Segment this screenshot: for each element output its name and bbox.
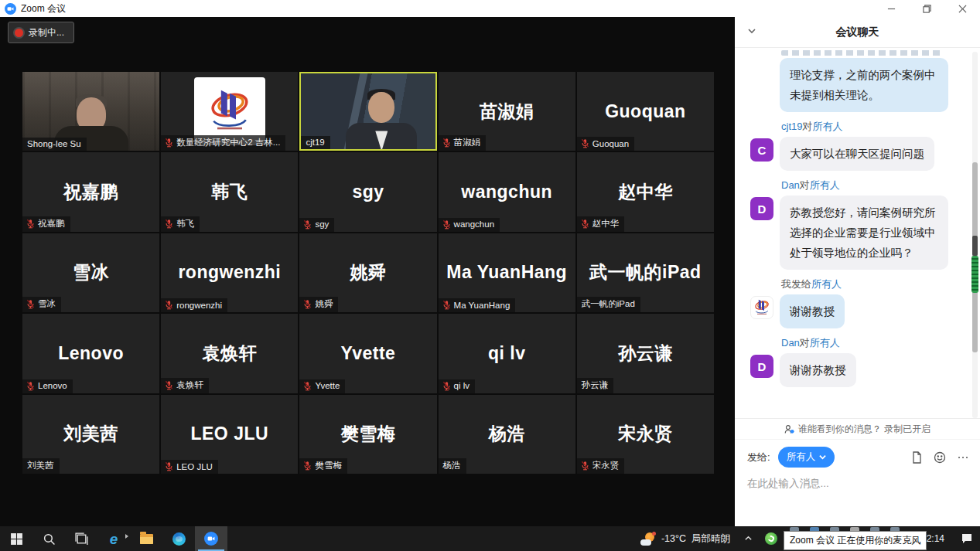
muted-mic-icon	[580, 461, 590, 471]
edge-browser-icon[interactable]	[162, 526, 195, 551]
tray-green-app-icon[interactable]	[765, 532, 777, 545]
emoji-icon[interactable]	[934, 451, 946, 464]
participant-tile[interactable]: 祝嘉鹏祝嘉鹏	[22, 152, 159, 231]
participant-label: wangchun	[439, 218, 500, 232]
participant-tile[interactable]: 宋永贤宋永贤	[577, 395, 714, 474]
message-bubble: 谢谢苏教授	[780, 353, 856, 387]
zoom-taskbar-icon[interactable]	[195, 526, 227, 551]
participant-tile[interactable]: GuoquanGuoquan	[577, 72, 714, 151]
participant-tile[interactable]: 数量经济研究中心2 吉林...	[161, 72, 298, 151]
chat-message: 我发给所有人谢谢教授	[750, 277, 969, 328]
minimize-button[interactable]	[873, 0, 909, 17]
participant-label: Ma YuanHang	[439, 298, 516, 312]
participant-name: LEO JLU	[190, 423, 268, 444]
taskbar-search-icon[interactable]	[32, 526, 65, 551]
zoom-meeting-window: Zoom 会议 录制中... Shong-lee Su数量经济研究中心2 吉林.…	[0, 0, 980, 551]
muted-mic-icon	[164, 461, 174, 471]
participant-label: 姚舜	[299, 297, 338, 312]
chat-message: Dan对所有人D谢谢苏教授	[750, 336, 969, 387]
message-sender: Dan对所有人	[781, 179, 969, 192]
participant-name: 姚舜	[350, 260, 386, 284]
chat-header: 会议聊天	[735, 17, 980, 48]
participant-tile[interactable]: rongwenzhirongwenzhi	[161, 233, 298, 312]
participant-tile[interactable]: 姚舜姚舜	[299, 233, 436, 312]
chat-title: 会议聊天	[836, 26, 879, 39]
chat-scrollbar-marker	[972, 236, 978, 256]
institute-logo-icon	[205, 87, 254, 136]
participant-tile[interactable]: LenovoLenovo	[22, 314, 159, 393]
participant-label: sgy	[299, 218, 334, 232]
participant-name: Ma YuanHang	[446, 262, 567, 283]
chat-input[interactable]: 在此处输入消息...	[735, 468, 980, 500]
muted-mic-icon	[580, 219, 590, 229]
recording-dot-icon	[15, 29, 23, 37]
file-attach-icon[interactable]	[910, 451, 923, 464]
muted-mic-icon	[442, 381, 452, 391]
weather-condition: 局部晴朗	[691, 532, 730, 546]
chat-message-list[interactable]: 理论支撑，之前的两个案例中未提到相关理论。cjt19对所有人C大家可以在聊天区提…	[735, 49, 969, 418]
participant-tile[interactable]: 杨浩杨浩	[439, 395, 575, 474]
muted-mic-icon	[302, 381, 312, 391]
participant-tile[interactable]: qi lvqi lv	[439, 314, 575, 393]
start-button[interactable]	[0, 526, 32, 551]
participant-tile[interactable]: YvetteYvette	[299, 314, 436, 393]
participant-tile[interactable]: Shong-lee Su	[22, 72, 159, 151]
collapse-chat-icon[interactable]	[747, 25, 756, 39]
participant-name: Yvette	[341, 343, 396, 364]
participant-name: 韩飞	[211, 180, 248, 204]
person-icon	[784, 424, 794, 434]
muted-mic-icon	[442, 219, 452, 230]
participant-label: Guoquan	[577, 137, 634, 151]
participant-label: 赵中华	[577, 216, 625, 232]
chat-message: 理论支撑，之前的两个案例中未提到相关理论。	[750, 50, 969, 112]
close-button[interactable]	[944, 0, 980, 17]
message-sender: Dan对所有人	[781, 336, 969, 350]
participant-tile[interactable]: cjt19	[299, 72, 436, 151]
participant-tile[interactable]: Ma YuanHangMa YuanHang	[439, 233, 575, 312]
participant-label: 韩飞	[161, 216, 200, 232]
chevron-down-icon	[819, 454, 826, 461]
participant-label: rongwenzhi	[161, 298, 227, 312]
message-bubble: 谢谢教授	[780, 294, 845, 328]
participant-label: 数量经济研究中心2 吉林...	[161, 135, 285, 151]
more-options-icon[interactable]	[957, 451, 969, 464]
participant-tile[interactable]: 樊雪梅樊雪梅	[299, 395, 436, 474]
participant-tile[interactable]: 雪冰雪冰	[22, 233, 159, 312]
avatar: C	[750, 138, 773, 162]
chat-visibility-status: 谁能看到你的消息？ 录制已开启	[735, 419, 980, 440]
restore-button[interactable]	[909, 0, 944, 17]
participant-label: 宋永贤	[577, 458, 625, 474]
participant-tile[interactable]: 苗淑娟苗淑娟	[439, 72, 575, 151]
send-to-label: 发给:	[747, 451, 770, 464]
participant-tile[interactable]: sgysgy	[299, 152, 436, 231]
recording-label: 录制中...	[29, 26, 64, 39]
message-bubble: 理论支撑，之前的两个案例中未提到相关理论。	[780, 58, 948, 112]
participant-tile[interactable]: 刘美茜刘美茜	[22, 395, 159, 474]
participant-label: 苗淑娟	[439, 135, 487, 151]
muted-mic-icon	[302, 219, 312, 230]
participant-tile[interactable]: 赵中华赵中华	[577, 152, 714, 231]
taskbar-weather[interactable]: -13°C 局部晴朗	[633, 532, 738, 546]
participant-tile[interactable]: 韩飞韩飞	[161, 152, 298, 231]
participant-tile[interactable]: 武一帆的iPad武一帆的iPad	[577, 233, 714, 312]
participant-name: 杨浩	[489, 422, 525, 446]
participant-label: 樊雪梅	[299, 458, 347, 474]
file-explorer-icon[interactable]	[130, 526, 162, 551]
participant-tile[interactable]: 孙云谦孙云谦	[577, 314, 714, 393]
weather-temp: -13°C	[661, 533, 686, 544]
participant-tile[interactable]: 袁焕轩袁焕轩	[161, 314, 298, 393]
show-hidden-icons-chevron[interactable]	[738, 532, 759, 546]
system-tray[interactable]: Zoom 会议 正在使用你的麦克风	[784, 526, 917, 551]
participant-label: Shong-lee Su	[22, 138, 87, 151]
participant-name: sgy	[352, 182, 384, 202]
participant-tile[interactable]: wangchunwangchun	[439, 152, 575, 231]
recording-indicator[interactable]: 录制中...	[8, 22, 74, 43]
action-center-icon[interactable]	[954, 526, 980, 551]
task-view-icon[interactable]	[65, 526, 97, 551]
internet-explorer-icon[interactable]: e	[97, 526, 130, 551]
title-bar: Zoom 会议	[0, 0, 980, 17]
send-to-dropdown[interactable]: 所有人	[778, 447, 835, 468]
participant-label: 杨浩	[439, 458, 466, 474]
participant-tile[interactable]: LEO JLULEO JLU	[161, 395, 298, 474]
muted-mic-icon	[26, 219, 36, 229]
